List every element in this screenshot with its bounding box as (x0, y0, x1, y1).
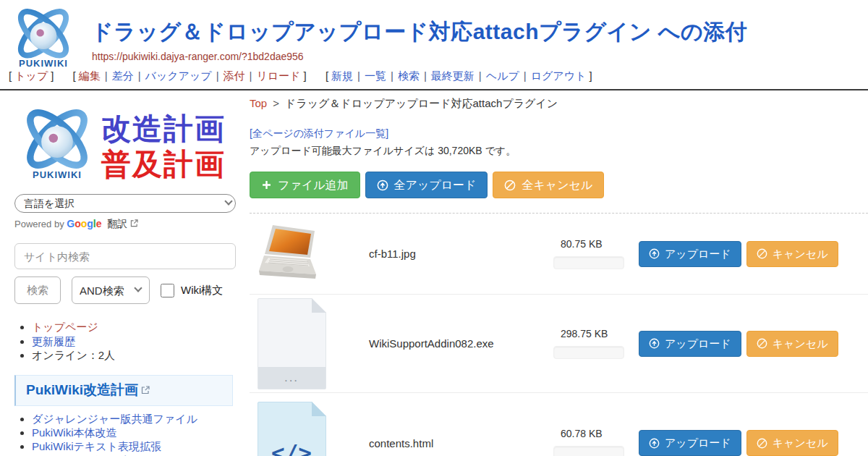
top-navigation: [トップ] [編集|差分|バックアップ|添付|リロード] [新規|一覧|検索|最… (0, 68, 868, 90)
google-logo: G (67, 218, 75, 229)
link-update-history[interactable]: 更新履歴 (32, 335, 75, 347)
file-name: cf-b11.jpg (369, 248, 546, 260)
search-mode-select[interactable]: AND検索 (72, 276, 150, 304)
max-upload-size-text: アップロード可能最大ファイルサイズは 30,720KB です。 (250, 145, 868, 158)
nav-diff[interactable]: 差分 (112, 69, 134, 82)
section-title-link[interactable]: PukiWiki改造計画 (26, 382, 138, 397)
cancel-all-button[interactable]: 全キャンセル (493, 172, 604, 198)
cancel-button[interactable]: キャンセル (746, 241, 838, 267)
upload-progress-bar (553, 346, 624, 359)
separator: | (138, 69, 141, 82)
list-item: PukiWikiテキスト表現拡張 (32, 440, 240, 453)
upload-label: アップロード (665, 436, 731, 449)
list-item: オンライン：2人 (32, 348, 240, 363)
sidebar: PUKIWIKI 改造計画 普及計画 言語を選択 Powered by Goog… (14, 94, 240, 456)
cancel-label: キャンセル (773, 248, 828, 261)
separator: | (424, 69, 427, 82)
menu-link[interactable]: PukiWiki本体改造 (32, 426, 117, 439)
nav-group-page: [編集|差分|バックアップ|添付|リロード] (70, 69, 310, 82)
logo-kaizou-text: 改造計画 (101, 111, 226, 147)
google-logo: e (96, 218, 102, 229)
separator: | (105, 69, 108, 82)
external-link-icon (141, 386, 150, 394)
logo-fukyuu-text: 普及計画 (101, 147, 226, 182)
file-row: </> contents.html 60.78 KB アップロード キャンセル (250, 393, 868, 456)
page-url[interactable]: https://pukiwiki.dajya-ranger.com/?1bd2d… (92, 51, 304, 62)
google-logo: g (87, 218, 93, 229)
page-title: ドラッグ＆ドロップアップロード対応attachプラグイン への添付 (91, 17, 851, 47)
external-link-icon (130, 219, 138, 227)
file-row: ... WikiSupportAddin082.exe 298.75 KB アッ… (250, 295, 868, 393)
nav-recent[interactable]: 最終更新 (431, 69, 475, 82)
add-files-label: ファイル追加 (278, 178, 349, 192)
breadcrumb-top-link[interactable]: Top (250, 97, 267, 109)
bracket: ] (51, 69, 54, 82)
upload-label: アップロード (665, 337, 731, 350)
nav-search[interactable]: 検索 (398, 69, 420, 82)
laptop-photo-thumbnail (258, 224, 325, 284)
nav-help[interactable]: ヘルプ (486, 69, 519, 82)
nav-logout[interactable]: ログアウト (531, 69, 587, 82)
upload-progress-bar (553, 256, 624, 269)
cancel-button[interactable]: キャンセル (746, 331, 838, 357)
powered-by-label: Powered by (14, 219, 64, 229)
upload-button[interactable]: アップロード (639, 331, 741, 357)
wiki-syntax-checkbox[interactable] (161, 284, 174, 297)
separator: | (524, 69, 527, 82)
nav-attach[interactable]: 添付 (224, 69, 245, 82)
separator: | (250, 69, 252, 82)
breadcrumb-current: ドラッグ＆ドロップアップロード対応attachプラグイン (285, 97, 558, 109)
upload-circle-icon (649, 248, 660, 259)
upload-circle-icon (649, 338, 660, 349)
upload-all-button[interactable]: 全アップロード (365, 172, 488, 198)
file-code-icon: </> (258, 402, 326, 456)
nav-group-site: [新規|一覧|検索|最終更新|ヘルプ|ログアウト] (323, 69, 595, 82)
link-top-page[interactable]: トップページ (32, 321, 98, 333)
menu-link[interactable]: ダジャレンジャー版共通ファイル (32, 413, 197, 425)
header-logo[interactable]: PUKIWIKI (7, 4, 80, 69)
nav-backup[interactable]: バックアップ (145, 69, 212, 82)
language-select[interactable]: 言語を選択 (14, 194, 236, 213)
translate-link[interactable]: 翻訳 (107, 218, 127, 229)
list-item: PukiWiki本体改造 (32, 426, 240, 439)
bracket: [ (73, 69, 76, 82)
file-size: 60.78 KB (561, 428, 630, 439)
upload-circle-icon (649, 438, 660, 449)
cancel-all-label: 全キャンセル (522, 178, 592, 192)
nav-list[interactable]: 一覧 (365, 69, 386, 82)
google-logo: o (75, 218, 81, 229)
menu-link[interactable]: PukiWikiテキスト表現拡張 (32, 440, 161, 452)
add-files-button[interactable]: ファイル追加 (250, 172, 360, 198)
upload-toolbar: ファイル追加 全アップロード 全キャンセル (250, 172, 868, 198)
ban-circle-icon (757, 438, 767, 449)
nav-reload[interactable]: リロード (256, 69, 300, 82)
upload-button[interactable]: アップロード (639, 241, 741, 267)
file-row: cf-b11.jpg 80.75 KB アップロード キャンセル (250, 214, 868, 295)
list-item: ダジャレンジャー版共通ファイル (32, 413, 240, 426)
ban-circle-icon (757, 338, 767, 349)
online-count: オンライン：2人 (32, 349, 115, 361)
nav-edit[interactable]: 編集 (79, 69, 101, 82)
upload-progress-bar (553, 446, 624, 456)
bracket: [ (326, 69, 328, 82)
search-button[interactable]: 検索 (14, 276, 61, 304)
all-attachments-link[interactable]: [全ページの添付ファイル一覧] (250, 127, 868, 140)
search-controls: 検索 AND検索 Wiki構文 (14, 276, 240, 304)
cancel-button[interactable]: キャンセル (746, 430, 838, 456)
separator: | (357, 69, 360, 82)
sidebar-logo[interactable]: PUKIWIKI 改造計画 普及計画 (14, 104, 240, 182)
bracket: [ (9, 69, 12, 82)
nav-new[interactable]: 新規 (331, 69, 353, 82)
site-search-input[interactable] (14, 243, 236, 269)
upload-button[interactable]: アップロード (639, 430, 741, 456)
pukiwiki-atom-icon (9, 4, 78, 65)
file-icon-ellipsis: ... (258, 367, 326, 389)
upload-file-list: cf-b11.jpg 80.75 KB アップロード キャンセル .. (250, 213, 868, 456)
breadcrumb: Top>ドラッグ＆ドロップアップロード対応attachプラグイン (250, 97, 868, 111)
sidebar-logo-text: 改造計画 普及計画 (101, 111, 226, 182)
upload-all-label: 全アップロード (394, 178, 477, 192)
nav-top[interactable]: トップ (14, 69, 48, 82)
ban-circle-icon (757, 248, 767, 259)
pukiwiki-atom-icon (14, 104, 100, 177)
breadcrumb-separator: > (273, 97, 279, 109)
